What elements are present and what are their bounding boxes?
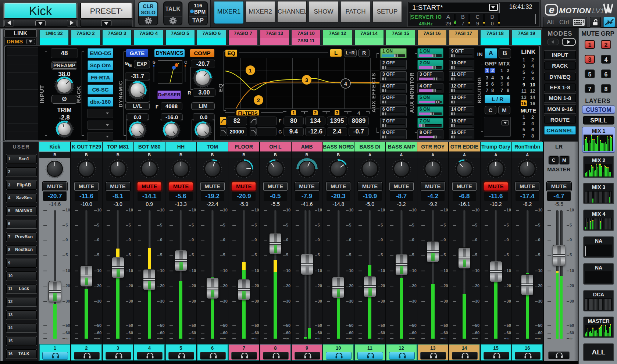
svg-text:2: 2 <box>257 97 260 103</box>
svg-text:1: 1 <box>249 67 252 74</box>
svg-text:3: 3 <box>305 77 308 83</box>
svg-text:e: e <box>549 4 554 15</box>
svg-text:4: 4 <box>344 81 347 87</box>
svg-text:MOTION: MOTION <box>559 6 591 15</box>
